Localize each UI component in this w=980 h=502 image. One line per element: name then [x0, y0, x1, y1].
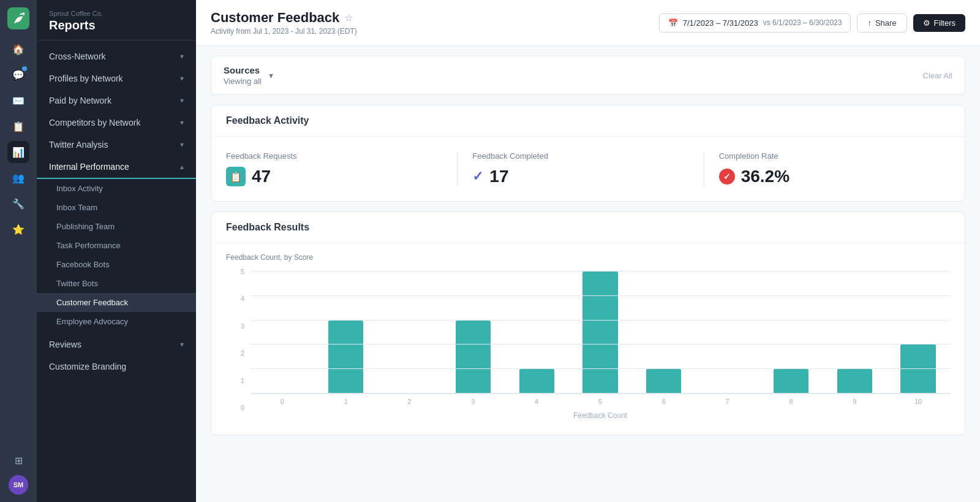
- x-label-10: 10: [886, 398, 950, 405]
- sidebar-item-inbox-activity[interactable]: Inbox Activity: [37, 179, 196, 198]
- bar-group-3: [441, 272, 505, 394]
- chart-area: Feedback Count, by Score 0 1 2 3 4 5: [211, 243, 965, 435]
- grid-line-1: [251, 368, 950, 369]
- logo: [7, 7, 29, 29]
- feedback-requests-label: Feedback Requests: [226, 151, 442, 161]
- nav-competitors-by-network[interactable]: Competitors by Network ▾: [37, 112, 196, 134]
- feedback-activity-title: Feedback Activity: [226, 115, 950, 126]
- topbar: Customer Feedback ☆ Activity from Jul 1,…: [196, 0, 980, 46]
- bar-group-8: [760, 272, 823, 394]
- notification-badge: [22, 66, 27, 71]
- x-axis-title: Feedback Count: [251, 411, 950, 420]
- bar-6: [646, 369, 681, 394]
- calendar-icon: 📅: [668, 18, 678, 28]
- bar-group-5: [568, 272, 632, 394]
- bars-container: [251, 272, 950, 394]
- avatar[interactable]: SM: [9, 475, 28, 495]
- chevron-down-icon: ▾: [180, 96, 184, 105]
- bar-group-0: [251, 272, 314, 394]
- sources-label: Sources: [224, 65, 262, 75]
- feedback-completed-label: Feedback Completed: [472, 151, 688, 161]
- sources-chevron-icon[interactable]: ▾: [269, 70, 273, 80]
- feedback-completed-metric: Feedback Completed ✓ 17: [457, 151, 703, 186]
- sources-bar: Sources Viewing all ▾ Clear All: [211, 56, 965, 95]
- rail-star-icon[interactable]: ⭐: [7, 218, 29, 240]
- sources-sub: Viewing all: [224, 77, 262, 86]
- completion-rate-value: ✓ 36.2%: [719, 167, 935, 186]
- x-label-6: 6: [632, 398, 696, 405]
- grid-line-3: [251, 320, 950, 321]
- rail-grid-icon[interactable]: ⊞: [7, 449, 29, 471]
- grid-line-0: [251, 393, 950, 394]
- x-label-2: 2: [378, 398, 442, 405]
- circle-check-icon: ✓: [719, 169, 735, 184]
- metrics-row: Feedback Requests 📋 47 Feedback Complete…: [211, 137, 965, 201]
- chevron-down-icon: ▾: [180, 52, 184, 61]
- sidebar-item-employee-advocacy[interactable]: Employee Advocacy: [37, 312, 196, 331]
- share-icon: ↑: [867, 18, 872, 28]
- sidebar-item-task-performance[interactable]: Task Performance: [37, 236, 196, 255]
- bar-group-6: [632, 272, 696, 394]
- nav-paid-by-network[interactable]: Paid by Network ▾: [37, 89, 196, 112]
- bar-9: [837, 369, 872, 394]
- nav-twitter-analysis[interactable]: Twitter Analysis ▾: [37, 134, 196, 156]
- feedback-activity-header: Feedback Activity: [211, 105, 965, 137]
- feedback-results-title: Feedback Results: [226, 222, 950, 233]
- icon-rail: 🏠 💬 ✉️ 📋 📊 👥 🔧 ⭐ ⊞ SM: [0, 0, 37, 502]
- page-title: Customer Feedback ☆: [211, 10, 357, 26]
- favorite-icon[interactable]: ☆: [344, 12, 353, 24]
- feedback-results-card: Feedback Results Feedback Count, by Scor…: [211, 211, 965, 435]
- nav-customize-branding[interactable]: Customize Branding: [37, 356, 196, 378]
- bar-group-1: [314, 272, 378, 394]
- check-icon: ✓: [472, 169, 483, 184]
- y-label-5: 5: [241, 268, 244, 275]
- date-range-button[interactable]: 📅 7/1/2023 – 7/31/2023 vs 6/1/2023 – 6/3…: [659, 13, 851, 32]
- x-axis-labels: 0 1 2 3 4 5 6 7 8 9 10: [251, 398, 950, 405]
- x-label-5: 5: [568, 398, 632, 405]
- sources-left: Sources Viewing all ▾: [224, 65, 273, 86]
- nav-profiles-by-network[interactable]: Profiles by Network ▾: [37, 67, 196, 89]
- y-label-3: 3: [241, 322, 244, 330]
- rail-tasks-icon[interactable]: 📋: [7, 115, 29, 137]
- filters-button[interactable]: ⚙ Filters: [913, 14, 965, 32]
- bar-4: [519, 369, 554, 394]
- share-button[interactable]: ↑ Share: [857, 13, 907, 32]
- sidebar-item-twitter-bots[interactable]: Twitter Bots: [37, 274, 196, 293]
- x-label-9: 9: [823, 398, 886, 405]
- clipboard-icon: 📋: [226, 167, 246, 186]
- grid-line-5: [251, 271, 950, 272]
- x-label-8: 8: [760, 398, 823, 405]
- x-label-3: 3: [441, 398, 505, 405]
- chevron-down-icon: ▾: [180, 118, 184, 127]
- x-label-0: 0: [251, 398, 314, 405]
- nav-reviews[interactable]: Reviews ▾: [37, 333, 196, 356]
- rail-inbox-icon[interactable]: 💬: [7, 64, 29, 86]
- grid-line-4: [251, 295, 950, 296]
- sidebar-item-publishing-team[interactable]: Publishing Team: [37, 217, 196, 236]
- rail-people-icon[interactable]: 👥: [7, 167, 29, 189]
- sidebar-nav: Cross-Network ▾ Profiles by Network ▾ Pa…: [37, 40, 196, 502]
- nav-internal-performance[interactable]: Internal Performance ▴: [37, 156, 196, 179]
- main-content: Customer Feedback ☆ Activity from Jul 1,…: [196, 0, 980, 502]
- feedback-activity-card: Feedback Activity Feedback Requests 📋 47…: [211, 105, 965, 202]
- sidebar: Sprout Coffee Co. Reports Cross-Network …: [37, 0, 196, 502]
- feedback-completed-value: ✓ 17: [472, 167, 688, 186]
- sidebar-header: Sprout Coffee Co. Reports: [37, 0, 196, 40]
- y-axis: 0 1 2 3 4 5: [226, 272, 248, 408]
- rail-reports-icon[interactable]: 📊: [7, 141, 29, 163]
- app-title: Reports: [49, 18, 184, 32]
- y-label-4: 4: [241, 295, 244, 302]
- sidebar-item-inbox-team[interactable]: Inbox Team: [37, 198, 196, 217]
- sidebar-item-customer-feedback[interactable]: Customer Feedback: [37, 293, 196, 312]
- rail-tools-icon[interactable]: 🔧: [7, 192, 29, 215]
- grid-line-2: [251, 344, 950, 344]
- clear-all-button[interactable]: Clear All: [923, 71, 952, 80]
- x-label-7: 7: [696, 398, 760, 405]
- chevron-up-icon: ▴: [180, 162, 184, 171]
- content-area: Sources Viewing all ▾ Clear All Feedback…: [196, 46, 980, 502]
- rail-home-icon[interactable]: 🏠: [7, 38, 29, 60]
- rail-messages-icon[interactable]: ✉️: [7, 89, 29, 112]
- sidebar-item-facebook-bots[interactable]: Facebook Bots: [37, 255, 196, 274]
- nav-cross-network[interactable]: Cross-Network ▾: [37, 45, 196, 67]
- y-label-1: 1: [241, 377, 244, 384]
